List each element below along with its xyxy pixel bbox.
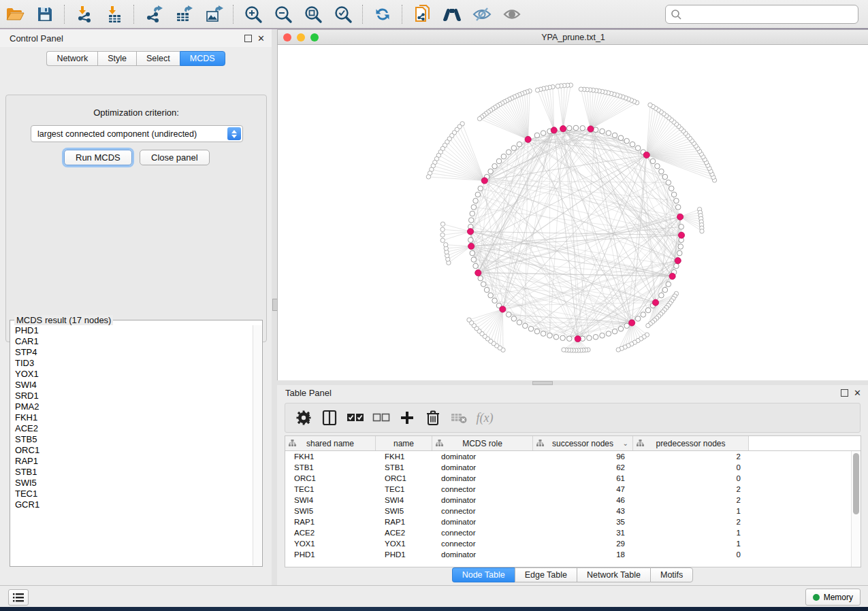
mcds-result-item[interactable]: TEC1 bbox=[11, 489, 253, 499]
table-cell bbox=[749, 527, 852, 538]
select-all-icon[interactable] bbox=[345, 408, 366, 428]
table-row[interactable]: STB1STB1dominator620 bbox=[285, 462, 852, 473]
mcds-result-item[interactable]: PMA2 bbox=[11, 401, 253, 412]
save-icon[interactable] bbox=[35, 4, 55, 24]
column-header-MCDS-role[interactable]: MCDS role bbox=[432, 436, 533, 450]
close-panel-icon[interactable]: ✕ bbox=[257, 34, 265, 43]
open-folder-icon[interactable] bbox=[5, 4, 25, 24]
export-table-icon[interactable] bbox=[174, 4, 194, 24]
status-bar: Memory bbox=[0, 585, 868, 607]
zoom-selected-icon[interactable] bbox=[333, 4, 353, 24]
table-cell: connector bbox=[432, 506, 533, 516]
table-row[interactable]: ORC1ORC1dominator610 bbox=[285, 473, 852, 484]
table-cell: SWI5 bbox=[376, 506, 432, 516]
show-all-eye-icon[interactable] bbox=[502, 4, 522, 24]
settings-gear-icon[interactable] bbox=[293, 408, 314, 428]
search-icon bbox=[670, 8, 684, 20]
search-box[interactable] bbox=[665, 5, 858, 24]
delete-table-icon[interactable] bbox=[449, 408, 469, 428]
table-cell: TEC1 bbox=[285, 484, 376, 495]
mcds-result-item[interactable]: ACE2 bbox=[11, 423, 253, 434]
search-input[interactable] bbox=[684, 10, 858, 19]
clone-network-icon[interactable] bbox=[412, 4, 432, 24]
function-builder-icon[interactable]: f(x) bbox=[475, 408, 495, 428]
horizontal-splitter[interactable] bbox=[277, 380, 868, 385]
mcds-result-item[interactable]: STP4 bbox=[11, 347, 253, 358]
export-image-icon[interactable] bbox=[204, 4, 224, 24]
memory-button[interactable]: Memory bbox=[805, 589, 861, 606]
column-header-predecessor-nodes[interactable]: predecessor nodes bbox=[633, 436, 749, 450]
control-panel: Control Panel ✕ NetworkStyleSelectMCDS O… bbox=[0, 29, 272, 585]
column-header-name[interactable]: name bbox=[376, 436, 432, 450]
table-cell: RAP1 bbox=[285, 516, 376, 527]
mcds-result-item[interactable]: RAP1 bbox=[11, 456, 253, 467]
column-layout-icon[interactable] bbox=[319, 408, 340, 428]
add-column-icon[interactable] bbox=[397, 408, 417, 428]
mcds-result-item[interactable]: TID3 bbox=[11, 358, 253, 369]
mcds-result-item[interactable]: FKH1 bbox=[11, 412, 253, 423]
tab-mcds[interactable]: MCDS bbox=[180, 51, 225, 66]
close-panel-button[interactable]: Close panel bbox=[140, 150, 210, 165]
table-row[interactable]: TEC1TEC1connector472 bbox=[285, 484, 852, 495]
mcds-result-item[interactable]: CAR1 bbox=[11, 336, 253, 347]
float-window-icon[interactable] bbox=[841, 389, 848, 397]
close-panel-icon[interactable]: ✕ bbox=[854, 389, 861, 397]
table-tab-edge-table[interactable]: Edge Table bbox=[515, 567, 577, 582]
table-tab-node-table[interactable]: Node Table bbox=[452, 567, 515, 582]
table-row[interactable]: PHD1PHD1dominator180 bbox=[285, 549, 852, 560]
zoom-fit-icon[interactable] bbox=[303, 4, 323, 24]
mcds-result-item[interactable]: SWI4 bbox=[11, 380, 253, 391]
table-cell: SWI4 bbox=[285, 495, 376, 506]
tab-style[interactable]: Style bbox=[97, 51, 136, 66]
mcds-result-item[interactable]: SRD1 bbox=[11, 391, 253, 401]
network-window-titlebar[interactable]: YPA_prune.txt_1 bbox=[278, 30, 868, 45]
tab-select[interactable]: Select bbox=[136, 51, 180, 66]
table-cell: 2 bbox=[633, 484, 749, 495]
table-panel-title: Table Panel bbox=[285, 388, 332, 398]
table-scrollbar-thumb[interactable] bbox=[853, 453, 859, 514]
table-row[interactable]: RAP1RAP1dominator352 bbox=[285, 516, 852, 527]
mcds-result-item[interactable]: ORC1 bbox=[11, 445, 253, 456]
mcds-result-item[interactable]: STB1 bbox=[11, 467, 253, 478]
import-network-icon[interactable] bbox=[74, 4, 95, 24]
delete-column-trash-icon[interactable] bbox=[423, 408, 443, 428]
table-tab-network-table[interactable]: Network Table bbox=[577, 567, 650, 582]
optimization-select[interactable]: largest connected component (undirected) bbox=[31, 125, 243, 142]
table-row[interactable]: SWI5SWI5connector431 bbox=[285, 506, 852, 516]
table-tab-motifs[interactable]: Motifs bbox=[650, 567, 693, 582]
mcds-result-item[interactable]: STB5 bbox=[11, 434, 253, 445]
select-spinner-icon bbox=[227, 127, 241, 140]
mcds-result-item[interactable]: YOX1 bbox=[11, 369, 253, 380]
refresh-icon[interactable] bbox=[372, 4, 393, 24]
table-cell: YOX1 bbox=[376, 538, 432, 549]
zoom-in-icon[interactable] bbox=[243, 4, 263, 24]
hide-selected-eye-slash-icon[interactable] bbox=[472, 4, 492, 24]
column-header-shared-name[interactable]: shared name bbox=[285, 436, 376, 450]
network-canvas[interactable] bbox=[278, 45, 867, 380]
tab-network[interactable]: Network bbox=[46, 51, 97, 66]
search-network-icon[interactable] bbox=[442, 4, 462, 24]
export-network-icon[interactable] bbox=[144, 4, 164, 24]
table-row[interactable]: YOX1YOX1connector291 bbox=[285, 538, 852, 549]
vertical-splitter[interactable] bbox=[272, 29, 277, 585]
table-row[interactable]: SWI4SWI4dominator462 bbox=[285, 495, 852, 506]
column-header-successor-nodes[interactable]: successor nodes⌄ bbox=[533, 436, 633, 450]
table-cell: dominator bbox=[432, 473, 533, 484]
mcds-result-item[interactable]: PHD1 bbox=[11, 325, 253, 336]
run-mcds-button[interactable]: Run MCDS bbox=[64, 150, 132, 165]
deselect-all-icon[interactable] bbox=[371, 408, 391, 428]
table-panel-header: Table Panel ✕ bbox=[277, 385, 868, 400]
table-row[interactable]: ACE2ACE2connector311 bbox=[285, 527, 852, 538]
table-cell: 31 bbox=[533, 527, 633, 538]
import-table-icon[interactable] bbox=[104, 4, 125, 24]
float-window-icon[interactable] bbox=[244, 35, 252, 42]
mcds-result-list[interactable]: PHD1CAR1STP4TID3YOX1SWI4SRD1PMA2FKH1ACE2… bbox=[11, 325, 253, 565]
zoom-out-icon[interactable] bbox=[273, 4, 293, 24]
table-scrollbar[interactable] bbox=[851, 451, 861, 567]
mcds-list-scrollbar[interactable] bbox=[253, 325, 261, 565]
mcds-result-item[interactable]: SWI5 bbox=[11, 478, 253, 489]
table-row[interactable]: FKH1FKH1dominator962 bbox=[285, 451, 852, 462]
show-panels-list-button[interactable] bbox=[8, 589, 29, 606]
table-cell: YOX1 bbox=[285, 538, 376, 549]
mcds-result-item[interactable]: GCR1 bbox=[11, 499, 253, 510]
